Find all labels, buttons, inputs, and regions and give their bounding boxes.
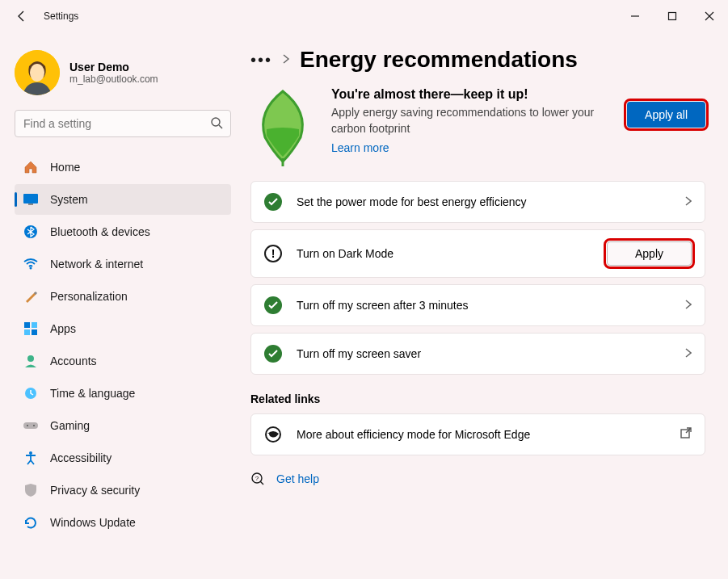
external-link-icon bbox=[680, 427, 692, 442]
back-button[interactable] bbox=[15, 9, 29, 23]
chevron-right-icon bbox=[282, 52, 290, 67]
svg-point-14 bbox=[27, 355, 34, 362]
nav-privacy[interactable]: Privacy & security bbox=[15, 475, 231, 506]
learn-more-link[interactable]: Learn more bbox=[331, 141, 389, 154]
nav-network[interactable]: Network & internet bbox=[15, 249, 231, 279]
svg-rect-12 bbox=[24, 329, 30, 335]
rec-screen-off[interactable]: Turn off my screen after 3 minutes bbox=[250, 284, 705, 326]
svg-text:?: ? bbox=[255, 475, 259, 482]
window-title: Settings bbox=[44, 10, 78, 22]
svg-point-3 bbox=[30, 64, 44, 82]
rec-label: Turn off my screen after 3 minutes bbox=[297, 299, 671, 312]
svg-line-5 bbox=[219, 125, 222, 128]
accounts-icon bbox=[23, 353, 39, 369]
nav-system[interactable]: System bbox=[15, 184, 231, 215]
apps-icon bbox=[23, 321, 39, 337]
nav-bluetooth[interactable]: Bluetooth & devices bbox=[15, 216, 231, 247]
hero-title: You're almost there—keep it up! bbox=[331, 87, 611, 102]
nav-label: Windows Update bbox=[50, 516, 136, 529]
minimize-button[interactable] bbox=[616, 0, 654, 32]
nav-label: Time & language bbox=[50, 387, 135, 400]
svg-point-17 bbox=[27, 425, 28, 426]
gaming-icon bbox=[23, 417, 39, 434]
window-controls bbox=[616, 0, 728, 32]
nav-accounts[interactable]: Accounts bbox=[15, 346, 231, 376]
breadcrumb: ••• Energy recommendations bbox=[250, 47, 705, 73]
clock-icon bbox=[23, 385, 39, 401]
nav-list: Home System Bluetooth & devices Network … bbox=[15, 152, 231, 538]
bluetooth-icon bbox=[23, 224, 39, 240]
leaf-icon bbox=[250, 87, 315, 160]
hero-subtitle: Apply energy saving recommendations to l… bbox=[331, 105, 611, 136]
help-icon: ? bbox=[250, 472, 265, 486]
related-edge[interactable]: More about efficiency mode for Microsoft… bbox=[250, 413, 705, 455]
svg-rect-16 bbox=[23, 422, 38, 429]
content: ••• Energy recommendations You're almost… bbox=[242, 32, 728, 579]
nav-label: Privacy & security bbox=[50, 484, 140, 497]
user-name: User Demo bbox=[69, 61, 158, 73]
search-box bbox=[15, 110, 231, 137]
nav-home[interactable]: Home bbox=[15, 152, 231, 183]
svg-point-19 bbox=[29, 451, 32, 455]
rec-label: Turn off my screen saver bbox=[297, 347, 671, 360]
nav-time[interactable]: Time & language bbox=[15, 378, 231, 409]
svg-rect-11 bbox=[32, 322, 37, 328]
help-row: ? Get help bbox=[250, 472, 705, 486]
svg-rect-1 bbox=[669, 13, 676, 20]
shield-icon bbox=[23, 482, 39, 498]
accessibility-icon bbox=[23, 450, 39, 466]
chevron-right-icon bbox=[685, 298, 692, 313]
search-input[interactable] bbox=[15, 110, 231, 137]
svg-rect-10 bbox=[24, 322, 30, 328]
check-icon bbox=[264, 193, 282, 211]
nav-label: Accessibility bbox=[50, 451, 112, 464]
nav-personalization[interactable]: Personalization bbox=[15, 281, 231, 312]
rec-screen-saver[interactable]: Turn off my screen saver bbox=[250, 333, 705, 375]
get-help-link[interactable]: Get help bbox=[276, 472, 319, 485]
nav-accessibility[interactable]: Accessibility bbox=[15, 443, 231, 473]
svg-point-4 bbox=[212, 118, 220, 126]
home-icon bbox=[23, 159, 39, 175]
user-email: m_lab@outlook.com bbox=[69, 73, 158, 85]
update-icon bbox=[23, 514, 39, 531]
svg-rect-13 bbox=[32, 329, 37, 335]
rec-label: Turn on Dark Mode bbox=[297, 247, 592, 260]
profile-block[interactable]: User Demo m_lab@outlook.com bbox=[15, 50, 231, 95]
wifi-icon bbox=[23, 256, 39, 272]
sidebar: User Demo m_lab@outlook.com Home System … bbox=[0, 32, 242, 579]
nav-label: Network & internet bbox=[50, 258, 143, 271]
svg-point-18 bbox=[33, 425, 35, 426]
nav-label: Bluetooth & devices bbox=[50, 225, 150, 238]
rec-dark-mode[interactable]: ! Turn on Dark Mode Apply bbox=[250, 229, 705, 278]
nav-label: System bbox=[50, 193, 88, 206]
breadcrumb-ellipsis[interactable]: ••• bbox=[250, 51, 272, 69]
nav-update[interactable]: Windows Update bbox=[15, 507, 231, 538]
hero: You're almost there—keep it up! Apply en… bbox=[250, 87, 705, 160]
check-icon bbox=[264, 345, 282, 363]
alert-icon: ! bbox=[264, 245, 282, 262]
maximize-button[interactable] bbox=[654, 0, 691, 32]
brush-icon bbox=[23, 288, 39, 304]
check-icon bbox=[264, 296, 282, 314]
chevron-right-icon bbox=[685, 346, 692, 361]
nav-label: Accounts bbox=[50, 355, 97, 367]
rec-power-mode[interactable]: Set the power mode for best energy effic… bbox=[250, 181, 705, 223]
chevron-right-icon bbox=[685, 195, 692, 209]
svg-point-9 bbox=[30, 267, 32, 270]
system-icon bbox=[23, 191, 39, 208]
related-heading: Related links bbox=[250, 392, 705, 405]
apply-button[interactable]: Apply bbox=[607, 241, 692, 266]
edge-icon bbox=[264, 426, 282, 443]
nav-label: Apps bbox=[50, 322, 76, 335]
apply-all-button[interactable]: Apply all bbox=[627, 102, 705, 128]
avatar bbox=[15, 50, 60, 95]
nav-label: Personalization bbox=[50, 290, 128, 303]
nav-apps[interactable]: Apps bbox=[15, 313, 231, 344]
nav-label: Gaming bbox=[50, 419, 90, 432]
close-button[interactable] bbox=[691, 0, 728, 32]
rec-label: Set the power mode for best energy effic… bbox=[297, 195, 671, 208]
svg-rect-6 bbox=[23, 194, 38, 203]
nav-gaming[interactable]: Gaming bbox=[15, 410, 231, 441]
svg-rect-7 bbox=[28, 203, 33, 205]
related-label: More about efficiency mode for Microsoft… bbox=[297, 428, 666, 441]
